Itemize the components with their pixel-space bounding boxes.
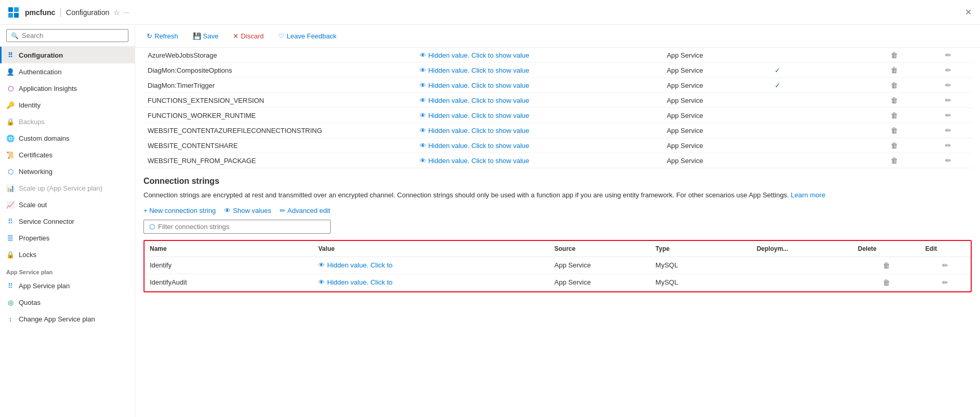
search-box[interactable]: 🔍 Search — [6, 29, 128, 42]
sidebar-item-app-service-plan[interactable]: ⠿ App Service plan — [0, 277, 135, 294]
setting-value[interactable]: 👁Hidden value. Click to show value — [415, 63, 663, 78]
conn-value[interactable]: 👁Hidden value. Click to — [313, 274, 549, 291]
delete-icon[interactable]: 🗑 — [891, 51, 898, 59]
setting-edit[interactable]: ✏ — [925, 123, 972, 138]
show-values-btn[interactable]: 👁 Show values — [224, 207, 271, 214]
sidebar-item-application-insights[interactable]: ⬡ Application Insights — [0, 80, 135, 97]
edit-icon[interactable]: ✏ — [945, 66, 951, 74]
setting-value[interactable]: 👁Hidden value. Click to show value — [415, 153, 663, 168]
setting-edit[interactable]: ✏ — [925, 153, 972, 168]
sidebar-label-domains: Custom domains — [19, 134, 70, 142]
close-button[interactable]: ✕ — [965, 7, 972, 17]
configuration-icon: ⠿ — [6, 51, 15, 59]
show-values-label: Show values — [233, 207, 271, 214]
conn-edit[interactable]: ✏ — [920, 257, 971, 274]
setting-value[interactable]: 👁Hidden value. Click to show value — [415, 123, 663, 138]
sidebar-item-service-connector[interactable]: ⠿ Service Connector — [0, 213, 135, 230]
setting-delete[interactable]: 🗑 — [864, 93, 925, 108]
conn-type: MySQL — [650, 274, 752, 291]
sidebar-item-scale-out[interactable]: 📈 Scale out — [0, 196, 135, 213]
setting-delete[interactable]: 🗑 — [864, 48, 925, 63]
more-options[interactable]: ··· — [123, 8, 129, 16]
sidebar-item-locks[interactable]: 🔒 Locks — [0, 246, 135, 263]
setting-deploy — [770, 93, 863, 108]
setting-value[interactable]: 👁Hidden value. Click to show value — [415, 108, 663, 123]
conn-delete[interactable]: 🗑 — [853, 257, 920, 274]
sidebar-item-custom-domains[interactable]: 🌐 Custom domains — [0, 130, 135, 146]
edit-icon[interactable]: ✏ — [945, 51, 951, 59]
delete-icon[interactable]: 🗑 — [891, 96, 898, 104]
delete-icon[interactable]: 🗑 — [891, 141, 898, 150]
conn-delete-icon[interactable]: 🗑 — [883, 261, 890, 270]
toolbar: ↻ Refresh 💾 Save ✕ Discard ♡ Leave Feedb… — [135, 25, 980, 48]
conn-value[interactable]: 👁Hidden value. Click to — [313, 257, 549, 274]
setting-delete[interactable]: 🗑 — [864, 63, 925, 78]
setting-delete[interactable]: 🗑 — [864, 123, 925, 138]
delete-icon[interactable]: 🗑 — [891, 81, 898, 89]
sidebar-item-configuration[interactable]: ⠿ Configuration — [0, 47, 135, 63]
setting-deploy — [770, 108, 863, 123]
conn-source: App Service — [549, 257, 650, 274]
setting-value[interactable]: 👁Hidden value. Click to show value — [415, 78, 663, 93]
setting-value[interactable]: 👁Hidden value. Click to show value — [415, 138, 663, 153]
setting-delete[interactable]: 🗑 — [864, 108, 925, 123]
conn-edit-icon[interactable]: ✏ — [942, 261, 948, 270]
edit-icon[interactable]: ✏ — [945, 141, 951, 150]
setting-deploy — [770, 48, 863, 63]
sidebar-item-backups: 🔒 Backups — [0, 113, 135, 130]
new-connection-btn[interactable]: + New connection string — [143, 207, 216, 214]
settings-row: FUNCTIONS_WORKER_RUNTIME 👁Hidden value. … — [143, 108, 972, 123]
conn-delete-icon[interactable]: 🗑 — [883, 278, 890, 287]
conn-delete[interactable]: 🗑 — [853, 274, 920, 291]
delete-icon[interactable]: 🗑 — [891, 66, 898, 74]
setting-edit[interactable]: ✏ — [925, 48, 972, 63]
setting-delete[interactable]: 🗑 — [864, 138, 925, 153]
setting-edit[interactable]: ✏ — [925, 63, 972, 78]
sidebar-item-properties[interactable]: ☰ Properties — [0, 230, 135, 246]
setting-value[interactable]: 👁Hidden value. Click to show value — [415, 93, 663, 108]
setting-edit[interactable]: ✏ — [925, 78, 972, 93]
app-settings-table: AzureWebJobsStorage 👁Hidden value. Click… — [143, 48, 972, 168]
edit-icon[interactable]: ✏ — [945, 126, 951, 134]
discard-icon: ✕ — [233, 32, 239, 40]
sidebar-search-container: 🔍 Search — [0, 25, 135, 47]
setting-edit[interactable]: ✏ — [925, 138, 972, 153]
delete-icon[interactable]: 🗑 — [891, 126, 898, 134]
setting-source: App Service — [662, 153, 770, 168]
refresh-button[interactable]: ↻ Refresh — [143, 30, 181, 42]
filter-box[interactable]: ⬡ — [143, 220, 331, 234]
setting-name: WEBSITE_RUN_FROM_PACKAGE — [143, 153, 415, 168]
filter-input[interactable] — [158, 223, 325, 231]
sidebar-item-quotas[interactable]: ◎ Quotas — [0, 294, 135, 311]
advanced-edit-btn[interactable]: ✏ Advanced edit — [280, 207, 330, 214]
sidebar-item-identity[interactable]: 🔑 Identity — [0, 97, 135, 113]
domains-icon: 🌐 — [6, 134, 15, 142]
learn-more-link[interactable]: Learn more — [791, 191, 825, 199]
sidebar-item-certificates[interactable]: 📜 Certificates — [0, 146, 135, 163]
delete-icon[interactable]: 🗑 — [891, 156, 898, 165]
edit-icon[interactable]: ✏ — [945, 111, 951, 119]
conn-edit[interactable]: ✏ — [920, 274, 971, 291]
edit-icon[interactable]: ✏ — [945, 156, 951, 165]
save-button[interactable]: 💾 Save — [190, 30, 222, 42]
setting-delete[interactable]: 🗑 — [864, 153, 925, 168]
feedback-button[interactable]: ♡ Leave Feedback — [275, 30, 339, 42]
favorite-star[interactable]: ☆ — [113, 8, 120, 17]
setting-delete[interactable]: 🗑 — [864, 78, 925, 93]
conn-col-deploy: Deploym... — [751, 241, 853, 257]
discard-button[interactable]: ✕ Discard — [230, 30, 267, 42]
setting-deploy — [770, 153, 863, 168]
setting-name: FUNCTIONS_EXTENSION_VERSION — [143, 93, 415, 108]
setting-name: DiagMon:CompositeOptions — [143, 63, 415, 78]
edit-icon[interactable]: ✏ — [945, 81, 951, 89]
conn-edit-icon[interactable]: ✏ — [942, 278, 948, 287]
sidebar-item-authentication[interactable]: 👤 Authentication — [0, 63, 135, 80]
setting-edit[interactable]: ✏ — [925, 93, 972, 108]
sidebar-item-change-plan[interactable]: ↕ Change App Service plan — [0, 311, 135, 327]
setting-value[interactable]: 👁Hidden value. Click to show value — [415, 48, 663, 63]
setting-edit[interactable]: ✏ — [925, 108, 972, 123]
sidebar-item-networking[interactable]: ⬡ Networking — [0, 163, 135, 180]
identity-icon: 🔑 — [6, 101, 15, 109]
edit-icon[interactable]: ✏ — [945, 96, 951, 104]
delete-icon[interactable]: 🗑 — [891, 111, 898, 119]
